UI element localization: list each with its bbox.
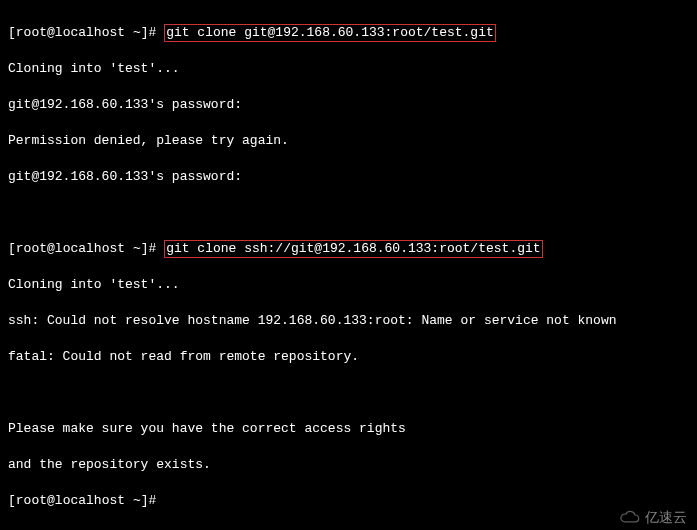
prompt-line[interactable]: [root@localhost ~]# xyxy=(8,492,689,510)
output-line: git@192.168.60.133's password: xyxy=(8,168,689,186)
prompt-open: [ xyxy=(8,25,16,40)
output-line: git@192.168.60.133's password: xyxy=(8,96,689,114)
watermark: 亿速云 xyxy=(619,508,687,526)
terminal-output: [root@localhost ~]# git clone git@192.16… xyxy=(0,0,697,530)
output-line: Cloning into 'test'... xyxy=(8,60,689,78)
output-line: ssh: Could not resolve hostname 192.168.… xyxy=(8,312,689,330)
cloud-icon xyxy=(619,510,641,524)
prompt-user: root xyxy=(16,25,47,40)
prompt-symbol: # xyxy=(149,25,157,40)
output-line: fatal: Could not read from remote reposi… xyxy=(8,348,689,366)
output-line: Cloning into 'test'... xyxy=(8,276,689,294)
output-line: Permission denied, please try again. xyxy=(8,132,689,150)
command-git-clone-ssh-explicit: git clone ssh://git@192.168.60.133:root/… xyxy=(164,240,542,258)
prompt-host: localhost xyxy=(55,25,125,40)
watermark-text: 亿速云 xyxy=(645,508,687,526)
command-git-clone-ssh-implicit: git clone git@192.168.60.133:root/test.g… xyxy=(164,24,496,42)
blank-line xyxy=(8,204,689,222)
prompt-line[interactable]: [root@localhost ~]# git clone ssh://git@… xyxy=(8,240,689,258)
output-line: and the repository exists. xyxy=(8,456,689,474)
blank-line xyxy=(8,384,689,402)
prompt-dir: ~ xyxy=(133,25,141,40)
prompt-line[interactable]: [root@localhost ~]# git clone git@192.16… xyxy=(8,24,689,42)
output-line: Please make sure you have the correct ac… xyxy=(8,420,689,438)
